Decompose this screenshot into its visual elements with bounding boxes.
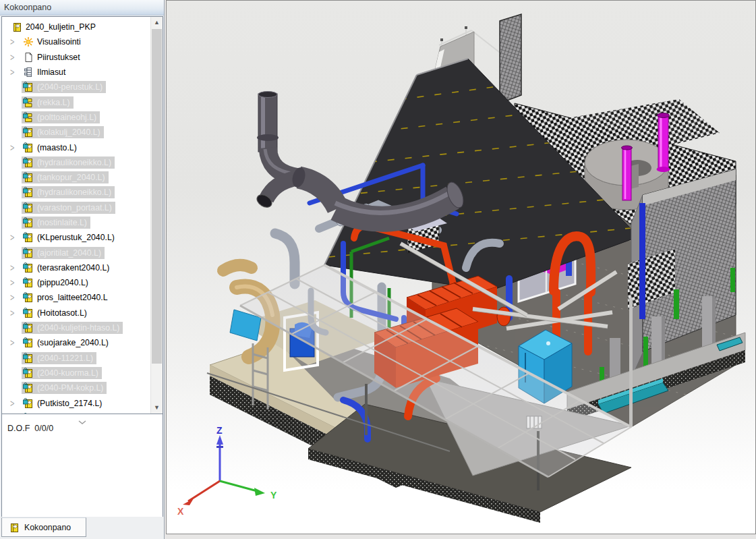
expand-chevron-icon[interactable]: > [10, 398, 22, 408]
tree-item[interactable]: (varaston_portaat.L) [2, 200, 151, 215]
tree-item-label: (suojarake_2040.L) [37, 338, 109, 347]
tree-item[interactable]: (polttoaineohj.L) [2, 110, 151, 125]
tree-item[interactable]: >pros_laitteet2040.L [2, 290, 151, 305]
scroll-up-icon[interactable]: ▲ [151, 17, 163, 28]
tree-item-body[interactable]: (2040-perustuk.L) [22, 81, 106, 93]
scroll-down-icon[interactable]: ▼ [151, 402, 163, 414]
expand-chevron-icon[interactable]: > [10, 293, 22, 303]
tree-item[interactable]: (kolakulj_2040.L) [2, 125, 151, 140]
tree-item-body[interactable]: (2040-kuorma.L) [22, 367, 102, 379]
tree-item-body[interactable]: (tankopur_2040.L) [22, 171, 109, 183]
tree-item-label: (2040-perustuk.L) [37, 82, 103, 92]
tree-item-body[interactable]: (kolakulj_2040.L) [22, 126, 104, 138]
tab-label: Kokoonpano [24, 523, 71, 532]
tree-item-body[interactable]: (pippu2040.L) [22, 277, 92, 289]
tree-item[interactable]: (nostinlaite.L) [2, 215, 151, 230]
tree-item[interactable]: (hydraulikoneikko.L) [2, 155, 151, 170]
tree-item-body[interactable]: (rekka.L) [22, 96, 74, 109]
assembly-root-icon [11, 22, 22, 32]
assembly-tree[interactable]: 2040_kuljetin_PKP>Visualisointi>Piirustu… [1, 16, 163, 414]
expand-chevron-icon[interactable]: > [10, 37, 22, 47]
tree-item-body[interactable]: (2040-PM-kokp.L) [22, 382, 107, 394]
tree-item-label: (2040-kuljetin-htaso.L) [37, 323, 119, 333]
tree-item[interactable]: (2040-kuorma.L) [2, 366, 151, 380]
tree-item-body[interactable]: Visualisointi [22, 36, 84, 48]
tree-item[interactable]: (tankopur_2040.L) [2, 170, 151, 185]
tree-item-label: Piirustukset [37, 53, 80, 62]
tree-item[interactable]: (rekka.L) [2, 94, 151, 109]
tree-item-body[interactable]: (hydraulikoneikko.L) [22, 186, 115, 198]
tree-item-body[interactable]: (hydraulikoneikko.L) [22, 157, 115, 169]
tree-item[interactable]: >(KLperustuk_2040.L) [2, 230, 151, 245]
drawing-icon [23, 52, 34, 63]
part-icon [23, 292, 34, 303]
tree-item[interactable]: >(Putkisto_2174.L) [2, 395, 151, 410]
expand-chevron-icon[interactable]: > [10, 338, 22, 348]
tree-item-body[interactable]: (terasrakent2040.L) [22, 262, 113, 274]
expand-chevron-icon[interactable]: > [10, 142, 22, 152]
tree-item[interactable]: (2040-11221.L) [2, 351, 151, 366]
tree-item-body[interactable]: (Putkisto_2174.L) [22, 397, 105, 409]
tree-item[interactable]: >Piirustukset [2, 50, 151, 65]
tree-item-body[interactable]: (Hoitotasot.L) [22, 307, 90, 319]
part-icon [23, 353, 34, 364]
tree-item[interactable]: >(terasrakent2040.L) [2, 260, 151, 275]
tree-item[interactable]: (2040-PM-kokp.L) [2, 380, 151, 395]
tree-item-label: (terasrakent2040.L) [37, 263, 109, 273]
scroll-thumb[interactable] [152, 29, 162, 364]
tree-item[interactable]: (2040-perustuk.L) [2, 80, 151, 94]
model-scene: Z X Y [167, 1, 755, 534]
expand-chevron-icon[interactable]: > [10, 67, 22, 78]
part-icon [23, 127, 34, 138]
part-icon [23, 337, 34, 348]
tree-item-label: pros_laitteet2040.L [37, 293, 108, 302]
splitter-chevron-icon[interactable] [78, 415, 86, 427]
tree-item[interactable]: >(pippu2040.L) [2, 275, 151, 290]
part-multi-icon [23, 112, 34, 123]
window-edge [166, 534, 756, 539]
part-icon [23, 82, 34, 92]
tree-item[interactable]: (ajoritilat_2040.L) [2, 245, 151, 260]
part-icon [23, 382, 34, 393]
tree-item-body[interactable]: Piirustukset [22, 51, 84, 63]
dof-label: D.O.F [7, 424, 30, 433]
tree-item[interactable]: >(Hoitotasot.L) [2, 306, 151, 320]
part-icon [23, 172, 34, 183]
tree-item[interactable]: >(suojarake_2040.L) [2, 335, 151, 350]
tree-item[interactable]: 2040_kuljetin_PKP [2, 20, 151, 34]
expand-chevron-icon[interactable]: > [10, 52, 22, 62]
tree-item[interactable]: >Visualisointi [2, 34, 151, 49]
tree-item-body[interactable]: pros_laitteet2040.L [22, 291, 111, 304]
tree-item-body[interactable]: (polttoaineohj.L) [22, 111, 100, 123]
tree-item-body[interactable]: (KLperustuk_2040.L) [22, 231, 118, 244]
tree-item[interactable]: (2040-kuljetin-htaso.L) [2, 320, 151, 335]
tree-item-body[interactable]: (nostinlaite.L) [22, 217, 90, 229]
expand-chevron-icon[interactable]: > [10, 233, 22, 243]
tree-item-label: (hydraulikoneikko.L) [37, 188, 111, 197]
3d-viewport[interactable]: Z X Y [166, 0, 756, 534]
tree-item-body[interactable]: (2040-kuljetin-htaso.L) [22, 322, 123, 334]
part-icon [23, 308, 34, 318]
expand-chevron-icon[interactable]: > [10, 278, 22, 288]
tree-item-body[interactable]: Ilmiasut [22, 66, 69, 78]
tree-item[interactable]: >Ilmiasut [2, 65, 151, 80]
tree-item-body[interactable]: (varaston_portaat.L) [22, 202, 115, 214]
tree-item[interactable]: >(maasto.L) [2, 140, 151, 154]
tree-item-body[interactable]: (suojarake_2040.L) [22, 337, 112, 349]
tree-item-label: (tankopur_2040.L) [37, 173, 105, 182]
tree-item[interactable]: (hydraulikoneikko.L) [2, 185, 151, 200]
part-icon [23, 157, 34, 168]
tree-item-label: (nostinlaite.L) [37, 218, 87, 227]
expand-chevron-icon[interactable]: > [10, 308, 22, 318]
assembly-icon [9, 522, 20, 533]
tree-item-body[interactable]: (maasto.L) [22, 142, 80, 154]
tree-item-body[interactable]: 2040_kuljetin_PKP [10, 21, 99, 33]
dof-value: 0/0/0 [34, 424, 53, 433]
tree-item-label: (polttoaineohj.L) [37, 113, 96, 122]
tree-item-body[interactable]: (2040-11221.L) [22, 352, 96, 364]
tree-item-body[interactable]: (ajoritilat_2040.L) [22, 247, 105, 259]
tab-kokoonpano[interactable]: Kokoonpano [1, 517, 86, 537]
expand-chevron-icon[interactable]: > [10, 262, 22, 273]
tree-scrollbar[interactable]: ▲ ▼ [150, 17, 163, 414]
panel-title: Kokoonpano [0, 0, 164, 16]
